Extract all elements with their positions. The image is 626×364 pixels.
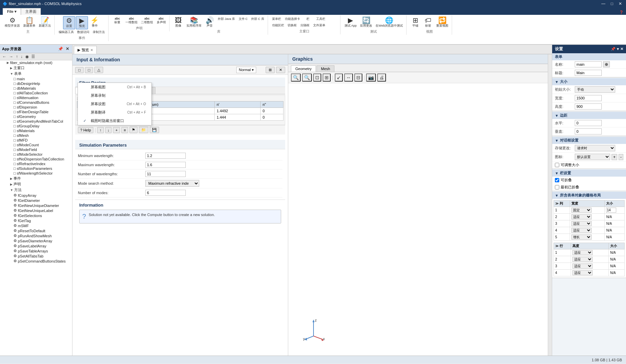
icon-remove-btn[interactable]: - (619, 154, 623, 160)
ribbon-btn-file-menu[interactable]: 文件菜单 (312, 23, 327, 28)
tree-expand-all[interactable]: ◉ (24, 54, 30, 59)
tab-geometry[interactable]: Geometry (291, 65, 316, 72)
ctx-hide-window[interactable]: ✓ 截图时隐藏当前窗口 (78, 117, 151, 125)
input-min-wavelength[interactable] (145, 153, 186, 159)
form-toolbar-preview-btn[interactable]: □ (85, 67, 93, 73)
ribbon-btn-multideclare[interactable]: abc多声明 (155, 16, 167, 25)
save-changes-select[interactable]: 请求时 (575, 145, 615, 151)
ribbon-tab-main[interactable]: 主界面 (21, 8, 41, 15)
minimize-btn[interactable]: — (600, 1, 607, 6)
table-flag-btn[interactable]: ⚑ (129, 127, 138, 133)
ribbon-btn-java-lib[interactable]: 外部 Java 库 (216, 16, 236, 29)
ribbon-btn-ribbon-bar[interactable]: 功能区栏 (271, 23, 286, 28)
tree-item-fGetNewUniqueLabel[interactable]: ⚙ fGetNewUniqueLabel (0, 208, 72, 213)
close-btn[interactable]: ✕ (617, 1, 623, 6)
table-add-btn[interactable]: + (113, 127, 120, 133)
resizable-checkbox[interactable] (555, 163, 559, 167)
settings-section-grid-header[interactable]: ▼ 所含表单对象的栅格布局 (552, 192, 626, 199)
row-height-select-4[interactable]: 适应 (572, 270, 593, 275)
form-toolbar-layout-btn[interactable]: □ (75, 67, 84, 73)
ribbon-btn-1darray[interactable]: abc一维数组 (124, 16, 139, 25)
ribbon-btn-new-method[interactable]: 📝 新建方法 (37, 16, 52, 29)
maximize-btn[interactable]: □ (609, 1, 615, 6)
zoom-box-btn[interactable]: ⊞ (323, 73, 331, 82)
tree-item-events[interactable]: ▶ 事件 (0, 176, 72, 181)
tree-item-sfWavelengthSelector[interactable]: □ sfWavelengthSelector (0, 171, 72, 176)
tree-item-pSaveLabelArray[interactable]: ⚙ pSaveLabelArray (0, 243, 72, 248)
select-mode-search[interactable]: Maximum refractive inde (145, 180, 199, 187)
table-move-down-btn[interactable]: ↓ (105, 127, 112, 133)
table-move-up-btn[interactable]: ↑ (97, 127, 104, 133)
ribbon-tab-file[interactable]: File ▾ (3, 8, 21, 15)
ribbon-btn-separator[interactable]: 分隔框 (299, 23, 311, 28)
ctx-record[interactable]: 屏幕录制 (78, 91, 151, 100)
tree-item-dbDesignHelp[interactable]: □ dbDesignHelp (0, 81, 72, 86)
right-panel-menu-btn[interactable]: ▾ (617, 47, 619, 51)
tree-item-fGetSelections[interactable]: ⚙ fGetSelections (0, 213, 72, 218)
ribbon-btn-toggle[interactable]: 切换框 (286, 23, 298, 28)
tree-item-sfMaterials[interactable]: □ sfMaterials (0, 128, 72, 133)
left-panel-header-controls[interactable]: 📌 ✕ (57, 46, 70, 52)
tree-nav-forward[interactable]: → (8, 54, 14, 59)
tree-view-options[interactable]: ☰ (30, 54, 36, 59)
zoom-in-btn[interactable]: 🔍 (291, 73, 301, 82)
help-icon[interactable]: ❓ (617, 10, 626, 15)
form-toolbar-close-btn[interactable]: ✕ (276, 67, 285, 73)
tree-nav-up[interactable]: ↑ (15, 54, 19, 59)
table-folder-btn[interactable]: 📁 (139, 127, 148, 133)
tree-item-sfGroupDelay[interactable]: □ sfGroupDelay (0, 124, 72, 128)
tree-root-item[interactable]: ▶ fiber_simulator.mph (root) (0, 60, 72, 65)
ribbon-btn-web-test[interactable]: 🌐在Web浏览器中测试 (374, 16, 404, 29)
ribbon-btn-util-lib[interactable]: 📚实用程序库 (185, 16, 203, 29)
right-panel-close-btn[interactable]: ✕ (620, 47, 623, 51)
tree-item-sfCommandButtons[interactable]: □ sfCommandButtons (0, 100, 72, 105)
tree-item-sfMesh[interactable]: □ sfMesh (0, 133, 72, 138)
tree-item-pResetToDefault[interactable]: ⚙ pResetToDefault (0, 228, 72, 233)
ribbon-btn-editor-tools[interactable]: 编辑器工具 (57, 29, 75, 35)
name-input[interactable] (575, 61, 602, 67)
preview-tab[interactable]: ▶ 预览 ✕ (74, 46, 97, 54)
ribbon-btn-toolbar[interactable]: 工具栏 (315, 16, 327, 22)
col-size-input-1[interactable] (606, 208, 616, 213)
settings-section-form-header[interactable]: 表单 (552, 53, 626, 60)
init-size-select[interactable]: 手动 (575, 86, 615, 93)
title-input[interactable] (575, 70, 602, 76)
tree-item-forms[interactable]: ▼ 表单 (0, 71, 72, 77)
tree-nav-down[interactable]: ↓ (20, 54, 24, 59)
move-btn[interactable]: ↔ (344, 73, 353, 82)
settings-section-bar-header[interactable]: ▼ 栏设置 (552, 170, 626, 177)
right-panel-controls[interactable]: 📌 ▾ ✕ (611, 47, 623, 51)
tree-item-sfGeometry[interactable]: □ sfGeometry (0, 114, 72, 119)
width-input[interactable] (575, 95, 602, 101)
ribbon-btn-2darray[interactable]: abc二维数组 (140, 16, 154, 25)
tree-item-fGetDiameter[interactable]: ⚙ fGetDiameter (0, 198, 72, 203)
tree-item-main-window[interactable]: ▶ 主窗口 (0, 65, 72, 71)
table-save-btn[interactable]: 💾 (150, 127, 159, 133)
ribbon-btn-settings[interactable]: ⚙ 设置 (63, 16, 75, 29)
ribbon-btn-reset-view[interactable]: 🔁重置视图 (435, 16, 450, 29)
tree-item-sfSolutionParameters[interactable]: □ sfSolutionParameters (0, 166, 72, 171)
tree-item-pRunAndShowMesh[interactable]: ⚙ pRunAndShowMesh (0, 233, 72, 238)
tree-item-sfNoDispersion[interactable]: □ sfNoDispersionTabCollection (0, 157, 72, 161)
col-width-select-2[interactable]: 适应 (571, 214, 592, 219)
vertical-input[interactable] (575, 128, 602, 134)
ribbon-btn-extern-c[interactable]: 外部 C 库 (250, 16, 266, 29)
ctx-translate[interactable]: 屏幕翻译 Ctrl + Alt + F (78, 108, 151, 117)
tree-item-sfModeCount[interactable]: □ sfModeCount (0, 143, 72, 147)
collapsible-checkbox[interactable] (555, 178, 559, 182)
ribbon-btn-test-app[interactable]: ▶测试 App (343, 16, 358, 29)
tree-item-mSMF[interactable]: ⚙ mSMF (0, 223, 72, 228)
col-width-select-3[interactable]: 适应 (571, 221, 592, 226)
ribbon-btn-preview[interactable]: ▶ 预览 (76, 16, 88, 29)
zoom-out-btn[interactable]: 🔍 (302, 73, 312, 82)
tree-item-pSaveDiameterArray[interactable]: ⚙ pSaveDiameterArray (0, 238, 72, 243)
print-btn[interactable]: 🖨 (377, 73, 386, 82)
ribbon-btn-scalar[interactable]: abc标量 (111, 16, 123, 25)
tree-item-声明[interactable]: ▶ 声明 (0, 181, 72, 187)
ctx-screen-settings[interactable]: 屏幕设图 Ctrl + Alt + O (78, 100, 151, 108)
row-height-select-1[interactable]: 适应 (572, 250, 593, 255)
row-height-select-2[interactable]: 适应 (572, 257, 593, 262)
row-height-select-3[interactable]: 适应 (572, 264, 593, 269)
name-extra-btn[interactable]: ⊕ (603, 61, 610, 67)
ribbon-btn-tile[interactable]: ⊞平铺 (409, 16, 421, 29)
